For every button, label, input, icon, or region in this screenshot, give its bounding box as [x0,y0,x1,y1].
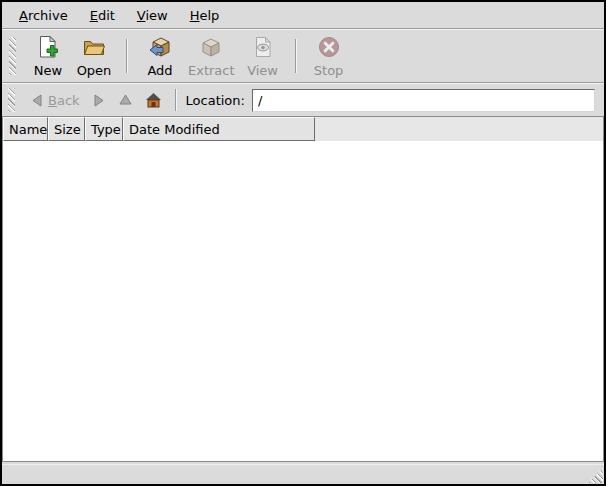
open-button-label: Open [77,63,112,78]
location-bar: Back Location: [2,84,604,116]
menu-edit[interactable]: Edit [79,2,126,28]
toolbar-separator [295,39,297,73]
column-header-type[interactable]: Type [85,117,123,141]
up-arrow-icon [118,93,133,107]
statusbar [2,464,604,484]
menubar: Archive Edit View Help [2,2,604,28]
back-button[interactable]: Back [24,90,86,111]
add-files-icon [148,35,172,62]
forward-button[interactable] [86,90,112,111]
file-list: Name Size Type Date Modified [2,116,604,462]
column-header-size[interactable]: Size [48,117,85,141]
new-archive-icon [36,35,60,62]
extract-button[interactable]: Extract [183,33,240,80]
up-button[interactable] [112,90,139,110]
extract-icon [199,35,223,62]
location-bar-grip-handle[interactable] [8,88,15,112]
toolbar-grip-handle[interactable] [9,37,16,75]
menu-view[interactable]: View [126,2,179,28]
back-arrow-icon [30,93,44,108]
file-list-header-row: Name Size Type Date Modified [3,117,603,141]
location-input[interactable] [252,89,595,112]
column-header-name[interactable]: Name [3,117,48,141]
forward-arrow-icon [92,93,106,108]
add-button-label: Add [147,63,172,78]
view-button[interactable]: View [240,33,286,80]
menu-archive[interactable]: Archive [8,2,79,28]
stop-button[interactable]: Stop [306,33,352,80]
add-button[interactable]: Add [137,33,183,80]
stop-icon [317,35,341,62]
home-icon [145,92,162,108]
menu-help[interactable]: Help [179,2,231,28]
file-list-body [3,141,603,461]
stop-button-label: Stop [314,63,344,78]
column-header-filler [315,117,603,141]
resize-grip[interactable] [588,468,603,483]
open-archive-icon [82,35,106,62]
column-header-date-modified[interactable]: Date Modified [123,117,315,141]
view-file-icon [251,35,275,62]
open-button[interactable]: Open [71,33,117,80]
archive-manager-window: Archive Edit View Help New [0,0,606,486]
toolbar: New Open [2,30,604,82]
new-button[interactable]: New [25,33,71,80]
view-button-label: View [247,63,278,78]
extract-button-label: Extract [188,63,235,78]
toolbar-separator [126,39,128,73]
location-label: Location: [186,93,245,108]
home-button[interactable] [139,89,168,111]
location-bar-separator [175,89,177,111]
new-button-label: New [34,63,62,78]
